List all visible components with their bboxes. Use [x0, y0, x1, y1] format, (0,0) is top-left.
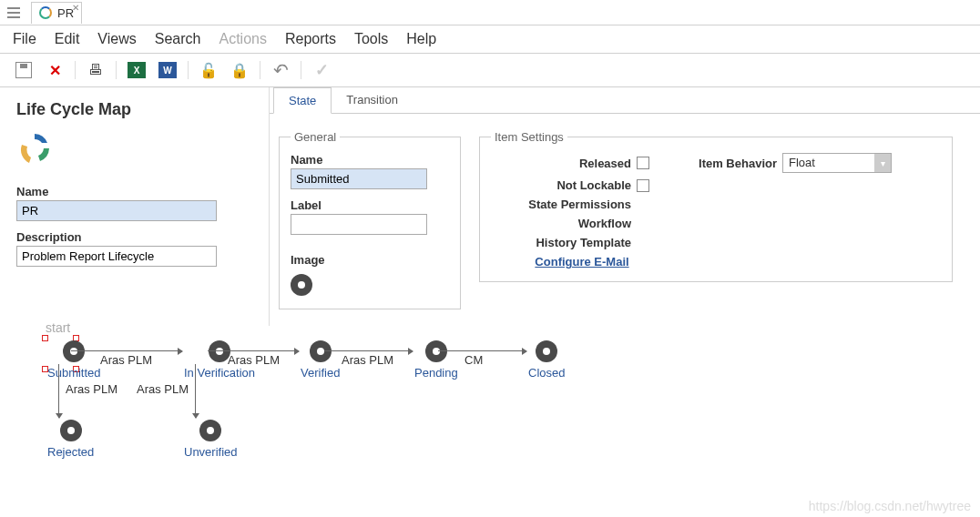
transition-arrow[interactable]	[71, 350, 182, 351]
item-behavior-label: Item Behavior	[673, 157, 782, 170]
menu-actions[interactable]: Actions	[219, 31, 266, 47]
transition-arrow[interactable]	[324, 350, 413, 351]
transition-arrow[interactable]	[208, 350, 299, 351]
state-name-input[interactable]	[291, 168, 427, 189]
item-behavior-value: Float	[783, 154, 874, 172]
separator	[116, 61, 117, 79]
menu-views[interactable]: Views	[97, 31, 136, 47]
state-unverified[interactable]: Unverified	[184, 420, 238, 459]
content-tabs: State Transition	[270, 87, 980, 114]
menu-help[interactable]: Help	[406, 31, 436, 47]
menu-tools[interactable]: Tools	[354, 31, 388, 47]
transition-arrow[interactable]	[195, 364, 196, 418]
toolbar: X W	[0, 54, 980, 87]
description-input[interactable]	[16, 246, 217, 267]
transition-label: Aras PLM	[66, 382, 117, 396]
transition-label: Aras PLM	[100, 353, 152, 367]
done-button	[311, 59, 332, 81]
chevron-down-icon[interactable]	[874, 154, 891, 172]
description-label: Description	[16, 230, 252, 244]
state-name-label: Name	[291, 153, 449, 167]
save-button[interactable]	[13, 59, 35, 81]
menu-reports[interactable]: Reports	[285, 31, 336, 47]
transition-arrow[interactable]	[58, 364, 59, 418]
tab-state[interactable]: State	[273, 87, 332, 114]
menu-edit[interactable]: Edit	[55, 31, 80, 47]
history-template-label: History Template	[491, 236, 637, 249]
menu-search[interactable]: Search	[155, 31, 201, 47]
state-permissions-label: State Permissions	[491, 198, 637, 211]
state-rejected[interactable]: Rejected	[47, 420, 94, 459]
name-label: Name	[16, 185, 252, 198]
undo-button[interactable]	[270, 59, 291, 81]
released-label: Released	[491, 157, 637, 170]
start-label: start	[46, 320, 70, 335]
transition-arrow[interactable]	[438, 350, 526, 351]
menu-bar: File Edit Views Search Actions Reports T…	[0, 25, 980, 54]
menu-toggle[interactable]	[7, 4, 26, 22]
released-checkbox[interactable]	[637, 157, 649, 169]
print-button[interactable]	[85, 59, 107, 81]
page-title: Life Cycle Map	[16, 100, 252, 119]
not-lockable-checkbox[interactable]	[637, 179, 649, 192]
tab-pr[interactable]: PR ✕	[31, 2, 82, 24]
lifecycle-diagram[interactable]: start Submitted In Verification Verified…	[18, 326, 980, 508]
menu-file[interactable]: File	[13, 31, 36, 47]
state-submitted[interactable]: Submitted	[47, 340, 101, 380]
transition-label: Aras PLM	[228, 353, 280, 367]
tab-transition[interactable]: Transition	[332, 87, 413, 113]
item-behavior-select[interactable]: Float	[782, 153, 892, 173]
watermark: https://blog.csdn.net/hwytree	[809, 499, 971, 513]
export-excel-button[interactable]: X	[126, 59, 148, 81]
lock-button	[229, 59, 250, 81]
state-pending[interactable]: Pending	[414, 340, 458, 380]
transition-label: Aras PLM	[342, 353, 393, 367]
general-fieldset: General Name Label Image	[279, 130, 461, 309]
state-label-input[interactable]	[291, 214, 427, 235]
item-settings-fieldset: Item Settings Released Item Behavior Flo…	[479, 130, 953, 282]
delete-button[interactable]	[44, 59, 66, 81]
export-word-button[interactable]: W	[157, 59, 179, 81]
close-icon[interactable]: ✕	[72, 3, 79, 13]
lifecycle-icon	[16, 130, 53, 167]
state-label-label: Label	[291, 198, 449, 212]
name-input[interactable]	[16, 200, 217, 221]
separator	[260, 61, 260, 79]
left-panel: Life Cycle Map Name Description	[0, 87, 270, 326]
separator	[75, 61, 76, 79]
unlock-button[interactable]	[198, 59, 219, 81]
configure-email-link[interactable]: Configure E-Mail	[491, 255, 673, 269]
workflow-label: Workflow	[491, 217, 637, 230]
general-legend: General	[291, 130, 340, 144]
state-closed[interactable]: Closed	[528, 340, 565, 380]
settings-legend: Item Settings	[491, 130, 567, 144]
transition-label: Aras PLM	[137, 382, 189, 396]
lifecycle-icon	[39, 6, 52, 19]
right-panel: State Transition General Name Label Imag…	[270, 87, 980, 326]
transition-label: CM	[464, 353, 483, 367]
not-lockable-label: Not Lockable	[491, 178, 637, 192]
state-image-icon[interactable]	[291, 274, 312, 296]
state-verified[interactable]: Verified	[301, 340, 340, 380]
separator	[301, 61, 301, 79]
image-label: Image	[291, 253, 449, 267]
separator	[188, 61, 189, 79]
